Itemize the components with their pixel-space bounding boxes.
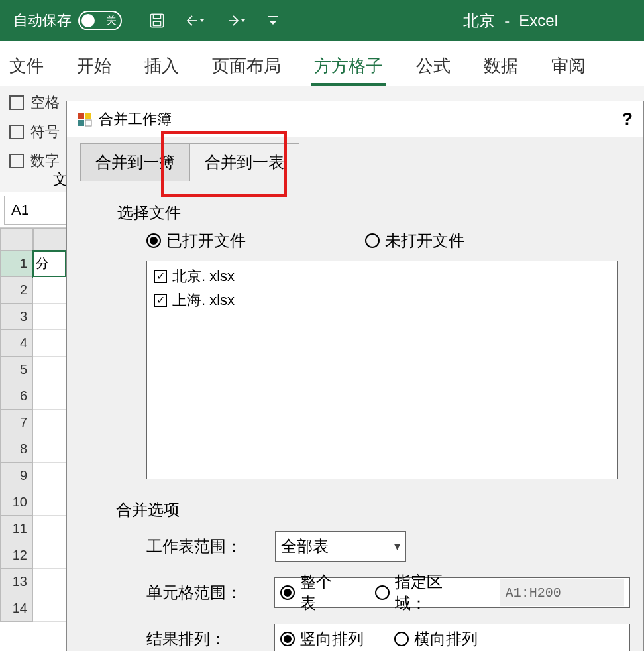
dialog-title-text: 合并工作簿 xyxy=(99,109,172,129)
name-box[interactable]: A1 xyxy=(4,196,70,225)
cell-range-radio-group: 整个表 指定区域： A1:H200 xyxy=(274,577,630,608)
row-header-9[interactable]: 9 xyxy=(0,463,33,489)
row-header-3[interactable]: 3 xyxy=(0,304,33,330)
radio-unopened-files[interactable]: 未打开文件 xyxy=(365,230,464,251)
cell[interactable] xyxy=(33,383,66,410)
chevron-down-icon: ▾ xyxy=(394,539,400,554)
row-header-7[interactable]: 7 xyxy=(0,410,33,436)
radio-icon xyxy=(280,632,295,646)
sheet-range-select[interactable]: 全部表 ▾ xyxy=(275,531,406,562)
row-header-1[interactable]: 1 xyxy=(0,251,33,277)
dialog-tab-merge-to-sheet[interactable]: 合并到一表 xyxy=(189,143,299,181)
file-name: 北京. xlsx xyxy=(172,266,235,286)
window-title: 北京 - Excel xyxy=(463,10,558,31)
ribbon-chk-number-label: 数字 xyxy=(30,151,60,171)
row-header-10[interactable]: 10 xyxy=(0,489,33,516)
row-header-5[interactable]: 5 xyxy=(0,357,33,383)
result-arrange-row: 结果排列： 竖向排列 横向排列 xyxy=(146,624,630,651)
cell[interactable] xyxy=(33,595,66,622)
tab-insert[interactable]: 插入 xyxy=(142,54,182,86)
dialog-tab-merge-to-workbook[interactable]: 合并到一簿 xyxy=(80,143,190,181)
svg-rect-2 xyxy=(268,16,278,17)
dialog-title-bar[interactable]: 合并工作簿 ? xyxy=(67,101,643,137)
autosave-toggle[interactable]: 自动保存 关 xyxy=(13,11,122,30)
select-file-section: 选择文件 已打开文件 未打开文件 北京. xlsx 上海. xl xyxy=(80,181,630,479)
tab-file[interactable]: 文件 xyxy=(7,54,46,86)
cell[interactable] xyxy=(33,277,66,304)
dialog-tabs: 合并到一簿 合并到一表 xyxy=(80,144,630,181)
tab-review[interactable]: 审阅 xyxy=(549,54,588,86)
select-all-corner[interactable] xyxy=(0,228,33,251)
row-header-4[interactable]: 4 xyxy=(0,330,33,357)
file-list-item[interactable]: 北京. xlsx xyxy=(154,266,611,286)
radio-horizontal[interactable]: 横向排列 xyxy=(394,628,478,650)
radio-icon xyxy=(375,585,390,600)
file-name: 上海. xlsx xyxy=(172,290,235,310)
cell[interactable] xyxy=(33,489,66,516)
row-header-6[interactable]: 6 xyxy=(0,383,33,410)
cell-range-label: 单元格范围： xyxy=(146,582,258,603)
radio-opened-files[interactable]: 已打开文件 xyxy=(146,230,246,251)
checkbox-icon xyxy=(9,95,24,110)
row-header-12[interactable]: 12 xyxy=(0,542,33,569)
tab-formulas[interactable]: 公式 xyxy=(413,54,453,86)
cell-a1[interactable]: 分 xyxy=(33,251,66,277)
cell[interactable] xyxy=(33,304,66,330)
result-arrange-label: 结果排列： xyxy=(146,628,258,650)
file-list-box[interactable]: 北京. xlsx 上海. xlsx xyxy=(146,261,618,479)
cell[interactable] xyxy=(33,542,66,569)
cell[interactable] xyxy=(33,569,66,595)
quick-access-toolbar xyxy=(148,12,280,29)
col-header-a[interactable] xyxy=(33,228,66,251)
row-header-8[interactable]: 8 xyxy=(0,436,33,463)
cell[interactable] xyxy=(33,463,66,489)
file-list-item[interactable]: 上海. xlsx xyxy=(154,290,611,310)
cell-range-row: 单元格范围： 整个表 指定区域： A1:H200 xyxy=(146,577,630,608)
excel-title-bar: 自动保存 关 北京 - Excel xyxy=(0,0,644,41)
spreadsheet-grid: 1分 2 3 4 5 6 7 8 9 10 11 12 13 14 xyxy=(0,228,66,622)
dialog-body: 合并到一簿 合并到一表 选择文件 已打开文件 未打开文件 北京. xlsx xyxy=(67,144,643,651)
row-header-14[interactable]: 14 xyxy=(0,595,33,622)
svg-rect-5 xyxy=(78,120,84,126)
tab-page-layout[interactable]: 页面布局 xyxy=(209,54,284,86)
ribbon-chk-space-label: 空格 xyxy=(30,93,60,113)
ribbon-chk-symbol-label: 符号 xyxy=(30,122,60,142)
dialog-help-button[interactable]: ? xyxy=(622,109,633,129)
checkbox-icon[interactable] xyxy=(154,294,167,307)
radio-specified-range[interactable]: 指定区域： xyxy=(375,571,470,614)
svg-rect-1 xyxy=(154,21,161,26)
app-name: Excel xyxy=(519,11,558,30)
file-source-radio-row: 已打开文件 未打开文件 xyxy=(146,230,630,251)
radio-vertical-label: 竖向排列 xyxy=(300,628,364,650)
checkbox-icon[interactable] xyxy=(154,270,167,283)
radio-icon xyxy=(394,632,409,646)
undo-icon[interactable] xyxy=(184,12,207,29)
row-header-11[interactable]: 11 xyxy=(0,516,33,542)
range-input[interactable]: A1:H200 xyxy=(500,579,624,606)
cell[interactable] xyxy=(33,330,66,357)
autosave-switch-knob xyxy=(81,14,95,27)
save-icon[interactable] xyxy=(148,12,166,29)
tab-home[interactable]: 开始 xyxy=(74,54,114,86)
cell[interactable] xyxy=(33,436,66,463)
redo-icon[interactable] xyxy=(225,12,248,29)
autosave-switch[interactable]: 关 xyxy=(78,11,122,30)
doc-name: 北京 xyxy=(463,10,495,31)
tab-ffgz[interactable]: 方方格子 xyxy=(311,54,386,86)
cell[interactable] xyxy=(33,516,66,542)
cell[interactable] xyxy=(33,357,66,383)
radio-icon xyxy=(280,585,295,600)
radio-vertical[interactable]: 竖向排列 xyxy=(280,628,364,650)
svg-rect-3 xyxy=(78,113,84,119)
radio-whole-sheet[interactable]: 整个表 xyxy=(280,571,345,614)
sheet-range-label: 工作表范围： xyxy=(146,536,259,557)
radio-opened-label: 已打开文件 xyxy=(166,230,246,251)
row-header-2[interactable]: 2 xyxy=(0,277,33,304)
cell[interactable] xyxy=(33,410,66,436)
tab-data[interactable]: 数据 xyxy=(481,54,521,86)
row-header-13[interactable]: 13 xyxy=(0,569,33,595)
qat-customize-icon[interactable] xyxy=(266,14,280,27)
merge-workbooks-dialog: 合并工作簿 ? 合并到一簿 合并到一表 选择文件 已打开文件 未打开文件 xyxy=(66,101,644,651)
checkbox-icon xyxy=(9,125,24,139)
dialog-app-icon xyxy=(78,112,92,127)
